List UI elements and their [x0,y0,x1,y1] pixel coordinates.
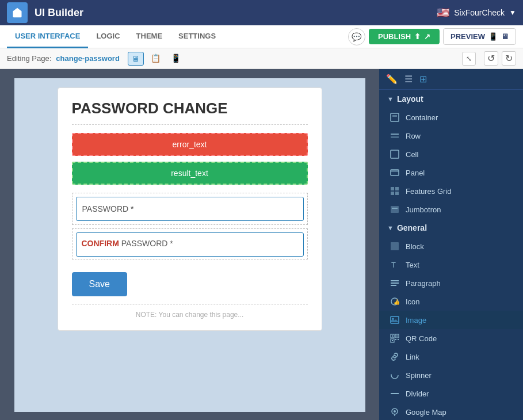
canvas-area[interactable]: PASSWORD CHANGE error_text result_text C… [0,69,379,420]
password-field-wrapper [72,193,308,225]
undo-button[interactable]: ↺ [484,51,498,66]
component-image[interactable]: Image [379,311,523,329]
panel-icon [390,167,400,178]
component-link[interactable]: Link [379,348,523,366]
spinner-icon [390,370,400,380]
features-grid-label: Features Grid [406,187,451,196]
account-section: 🇺🇸 SixFourCheck ▼ [437,6,516,19]
tab-theme[interactable]: THEME [128,25,171,48]
preview-mobile-icon: 📱 [488,32,498,41]
svg-rect-27 [392,340,393,341]
grid-icon[interactable]: ⊞ [419,74,427,85]
svg-rect-10 [395,192,399,195]
account-name: SixFourCheck [454,8,505,17]
icon-label: Icon [406,297,420,306]
svg-rect-23 [392,335,393,337]
svg-rect-11 [391,206,399,213]
svg-text:👍: 👍 [394,299,400,306]
app-logo[interactable] [7,2,28,23]
block-icon [390,241,400,251]
component-container[interactable]: Container [379,108,523,127]
component-icon[interactable]: 👍 Icon [379,292,523,311]
publish-button[interactable]: PUBLISH ⬆ ↗ [369,29,440,44]
save-button[interactable]: Save [72,272,127,296]
container-label: Container [406,113,438,122]
tab-settings[interactable]: SETTINGS [170,25,224,48]
component-divider[interactable]: Divider [379,384,523,403]
cell-label: Cell [406,150,418,159]
svg-rect-0 [391,113,399,121]
form-title: PASSWORD CHANGE [72,100,308,125]
form-note: NOTE: You can change this page... [72,304,308,319]
component-google-map[interactable]: Google Map [379,403,523,420]
svg-rect-4 [391,150,399,158]
app-title: UI Builder [35,7,437,19]
general-section-title: General [397,223,427,232]
text-icon: T [390,259,400,270]
password-input[interactable] [76,197,304,221]
image-icon [390,315,400,325]
component-spinner[interactable]: Spinner [379,366,523,384]
paragraph-icon [390,278,400,288]
svg-rect-1 [392,115,397,117]
comment-button[interactable]: 💬 [348,28,365,45]
image-label: Image [406,316,426,324]
component-qr-code[interactable]: QR Code [379,329,523,348]
component-jumbotron[interactable]: Jumbotron [379,200,523,219]
general-items: Block T Text Paragraph 👍 Icon [379,237,523,420]
svg-rect-13 [391,242,399,250]
device-icons: 🖥 📋 📱 [128,52,184,66]
component-paragraph[interactable]: Paragraph [379,274,523,292]
spinner-label: Spinner [406,371,432,380]
svg-point-30 [391,372,398,379]
general-section-header[interactable]: ▼ General [379,219,523,237]
resize-handle[interactable]: ⤡ [462,52,476,66]
nav-tabs-bar: USER INTERFACE LOGIC THEME SETTINGS 💬 PU… [0,25,523,48]
preview-button[interactable]: PREVIEW 📱 🖥 [443,28,516,45]
layout-section-title: Layout [397,94,423,104]
svg-text:T: T [391,261,396,269]
divider-icon [390,388,400,399]
component-text[interactable]: T Text [379,255,523,274]
device-desktop-icon[interactable]: 🖥 [128,52,144,66]
canvas-inner: PASSWORD CHANGE error_text result_text C… [14,78,365,412]
svg-rect-3 [391,136,399,138]
layout-section-header[interactable]: ▼ Layout [379,90,523,108]
nav-actions: 💬 PUBLISH ⬆ ↗ PREVIEW 📱 🖥 [348,28,516,45]
component-panel[interactable]: Panel [379,163,523,182]
top-bar: UI Builder 🇺🇸 SixFourCheck ▼ [0,0,523,25]
svg-rect-2 [391,133,399,135]
svg-rect-25 [396,335,398,337]
component-features-grid[interactable]: Features Grid [379,182,523,200]
tab-logic[interactable]: LOGIC [88,25,128,48]
device-mobile-icon[interactable]: 📱 [167,52,184,66]
component-cell[interactable]: Cell [379,145,523,163]
brush-icon[interactable]: ✏️ [386,74,398,85]
editing-bar: Editing Page: change-password 🖥 📋 📱 ⤡ ↺ … [0,48,523,69]
redo-button[interactable]: ↻ [502,51,516,66]
account-dropdown-arrow[interactable]: ▼ [509,9,516,17]
panel-label: Panel [406,169,425,177]
result-block: result_text [72,162,308,185]
svg-rect-8 [395,187,399,190]
confirm-password-input[interactable] [76,232,304,257]
preview-label: PREVIEW [451,32,485,41]
menu-icon[interactable]: ☰ [404,74,413,85]
tab-user-interface[interactable]: USER INTERFACE [7,25,88,48]
save-button-wrapper: Save [72,268,308,301]
editing-prefix: Editing Page: [7,54,51,63]
form-card: PASSWORD CHANGE error_text result_text C… [58,87,322,331]
publish-external-icon: ↗ [424,32,430,41]
general-arrow-icon: ▼ [387,224,394,231]
features-grid-icon [390,186,400,196]
jumbotron-label: Jumbotron [406,205,441,214]
google-map-icon [390,407,400,417]
component-row[interactable]: Row [379,127,523,145]
undo-redo: ↺ ↻ [484,51,516,66]
svg-rect-15 [391,280,399,281]
qr-code-icon [390,333,400,343]
svg-rect-17 [391,285,396,286]
device-tablet-icon[interactable]: 📋 [147,52,164,66]
component-block[interactable]: Block [379,237,523,255]
svg-rect-16 [391,282,399,284]
